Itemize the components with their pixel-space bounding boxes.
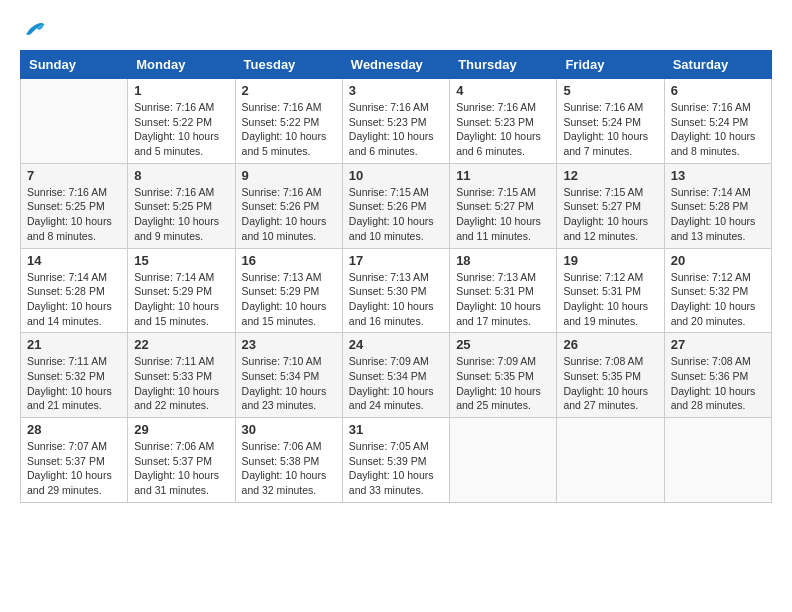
day-header-monday: Monday — [128, 51, 235, 79]
calendar-cell: 5Sunrise: 7:16 AM Sunset: 5:24 PM Daylig… — [557, 79, 664, 164]
day-info: Sunrise: 7:16 AM Sunset: 5:25 PM Dayligh… — [27, 185, 121, 244]
day-info: Sunrise: 7:10 AM Sunset: 5:34 PM Dayligh… — [242, 354, 336, 413]
calendar-cell: 26Sunrise: 7:08 AM Sunset: 5:35 PM Dayli… — [557, 333, 664, 418]
day-number: 28 — [27, 422, 121, 437]
logo-bird-icon — [22, 20, 46, 40]
day-number: 7 — [27, 168, 121, 183]
calendar-table: SundayMondayTuesdayWednesdayThursdayFrid… — [20, 50, 772, 503]
day-info: Sunrise: 7:16 AM Sunset: 5:24 PM Dayligh… — [563, 100, 657, 159]
day-info: Sunrise: 7:07 AM Sunset: 5:37 PM Dayligh… — [27, 439, 121, 498]
day-info: Sunrise: 7:06 AM Sunset: 5:38 PM Dayligh… — [242, 439, 336, 498]
day-info: Sunrise: 7:14 AM Sunset: 5:29 PM Dayligh… — [134, 270, 228, 329]
day-info: Sunrise: 7:13 AM Sunset: 5:29 PM Dayligh… — [242, 270, 336, 329]
calendar-cell: 7Sunrise: 7:16 AM Sunset: 5:25 PM Daylig… — [21, 163, 128, 248]
day-number: 30 — [242, 422, 336, 437]
day-number: 14 — [27, 253, 121, 268]
calendar-cell: 24Sunrise: 7:09 AM Sunset: 5:34 PM Dayli… — [342, 333, 449, 418]
calendar-cell: 13Sunrise: 7:14 AM Sunset: 5:28 PM Dayli… — [664, 163, 771, 248]
calendar-cell: 19Sunrise: 7:12 AM Sunset: 5:31 PM Dayli… — [557, 248, 664, 333]
day-header-wednesday: Wednesday — [342, 51, 449, 79]
calendar-week-5: 28Sunrise: 7:07 AM Sunset: 5:37 PM Dayli… — [21, 418, 772, 503]
calendar-cell — [664, 418, 771, 503]
day-info: Sunrise: 7:15 AM Sunset: 5:27 PM Dayligh… — [456, 185, 550, 244]
day-number: 19 — [563, 253, 657, 268]
day-info: Sunrise: 7:13 AM Sunset: 5:31 PM Dayligh… — [456, 270, 550, 329]
calendar-cell — [557, 418, 664, 503]
calendar-cell: 2Sunrise: 7:16 AM Sunset: 5:22 PM Daylig… — [235, 79, 342, 164]
day-number: 4 — [456, 83, 550, 98]
day-number: 1 — [134, 83, 228, 98]
day-number: 16 — [242, 253, 336, 268]
day-info: Sunrise: 7:16 AM Sunset: 5:22 PM Dayligh… — [242, 100, 336, 159]
day-number: 12 — [563, 168, 657, 183]
day-info: Sunrise: 7:15 AM Sunset: 5:26 PM Dayligh… — [349, 185, 443, 244]
calendar-cell — [450, 418, 557, 503]
day-number: 17 — [349, 253, 443, 268]
calendar-cell — [21, 79, 128, 164]
day-info: Sunrise: 7:16 AM Sunset: 5:24 PM Dayligh… — [671, 100, 765, 159]
day-info: Sunrise: 7:09 AM Sunset: 5:35 PM Dayligh… — [456, 354, 550, 413]
day-number: 5 — [563, 83, 657, 98]
day-number: 31 — [349, 422, 443, 437]
day-number: 3 — [349, 83, 443, 98]
day-info: Sunrise: 7:12 AM Sunset: 5:32 PM Dayligh… — [671, 270, 765, 329]
day-info: Sunrise: 7:11 AM Sunset: 5:33 PM Dayligh… — [134, 354, 228, 413]
calendar-cell: 10Sunrise: 7:15 AM Sunset: 5:26 PM Dayli… — [342, 163, 449, 248]
calendar-cell: 20Sunrise: 7:12 AM Sunset: 5:32 PM Dayli… — [664, 248, 771, 333]
day-info: Sunrise: 7:14 AM Sunset: 5:28 PM Dayligh… — [671, 185, 765, 244]
calendar-header-row: SundayMondayTuesdayWednesdayThursdayFrid… — [21, 51, 772, 79]
day-info: Sunrise: 7:16 AM Sunset: 5:23 PM Dayligh… — [456, 100, 550, 159]
calendar-cell: 21Sunrise: 7:11 AM Sunset: 5:32 PM Dayli… — [21, 333, 128, 418]
calendar-cell: 14Sunrise: 7:14 AM Sunset: 5:28 PM Dayli… — [21, 248, 128, 333]
calendar-cell: 27Sunrise: 7:08 AM Sunset: 5:36 PM Dayli… — [664, 333, 771, 418]
day-number: 6 — [671, 83, 765, 98]
calendar-week-3: 14Sunrise: 7:14 AM Sunset: 5:28 PM Dayli… — [21, 248, 772, 333]
day-number: 8 — [134, 168, 228, 183]
day-number: 13 — [671, 168, 765, 183]
day-number: 27 — [671, 337, 765, 352]
day-number: 23 — [242, 337, 336, 352]
day-info: Sunrise: 7:13 AM Sunset: 5:30 PM Dayligh… — [349, 270, 443, 329]
day-number: 24 — [349, 337, 443, 352]
day-number: 26 — [563, 337, 657, 352]
day-number: 18 — [456, 253, 550, 268]
day-info: Sunrise: 7:05 AM Sunset: 5:39 PM Dayligh… — [349, 439, 443, 498]
calendar-cell: 12Sunrise: 7:15 AM Sunset: 5:27 PM Dayli… — [557, 163, 664, 248]
day-number: 2 — [242, 83, 336, 98]
calendar-cell: 15Sunrise: 7:14 AM Sunset: 5:29 PM Dayli… — [128, 248, 235, 333]
day-number: 25 — [456, 337, 550, 352]
calendar-cell: 8Sunrise: 7:16 AM Sunset: 5:25 PM Daylig… — [128, 163, 235, 248]
day-header-thursday: Thursday — [450, 51, 557, 79]
day-info: Sunrise: 7:16 AM Sunset: 5:22 PM Dayligh… — [134, 100, 228, 159]
calendar-cell: 16Sunrise: 7:13 AM Sunset: 5:29 PM Dayli… — [235, 248, 342, 333]
day-number: 10 — [349, 168, 443, 183]
day-info: Sunrise: 7:12 AM Sunset: 5:31 PM Dayligh… — [563, 270, 657, 329]
day-header-friday: Friday — [557, 51, 664, 79]
calendar-cell: 31Sunrise: 7:05 AM Sunset: 5:39 PM Dayli… — [342, 418, 449, 503]
day-number: 11 — [456, 168, 550, 183]
day-number: 9 — [242, 168, 336, 183]
day-header-tuesday: Tuesday — [235, 51, 342, 79]
calendar-cell: 23Sunrise: 7:10 AM Sunset: 5:34 PM Dayli… — [235, 333, 342, 418]
calendar-cell: 29Sunrise: 7:06 AM Sunset: 5:37 PM Dayli… — [128, 418, 235, 503]
calendar-week-2: 7Sunrise: 7:16 AM Sunset: 5:25 PM Daylig… — [21, 163, 772, 248]
day-info: Sunrise: 7:16 AM Sunset: 5:26 PM Dayligh… — [242, 185, 336, 244]
day-number: 20 — [671, 253, 765, 268]
day-number: 15 — [134, 253, 228, 268]
day-number: 21 — [27, 337, 121, 352]
day-info: Sunrise: 7:16 AM Sunset: 5:23 PM Dayligh… — [349, 100, 443, 159]
calendar-cell: 18Sunrise: 7:13 AM Sunset: 5:31 PM Dayli… — [450, 248, 557, 333]
calendar-cell: 25Sunrise: 7:09 AM Sunset: 5:35 PM Dayli… — [450, 333, 557, 418]
day-number: 29 — [134, 422, 228, 437]
day-info: Sunrise: 7:11 AM Sunset: 5:32 PM Dayligh… — [27, 354, 121, 413]
calendar-cell: 11Sunrise: 7:15 AM Sunset: 5:27 PM Dayli… — [450, 163, 557, 248]
calendar-week-1: 1Sunrise: 7:16 AM Sunset: 5:22 PM Daylig… — [21, 79, 772, 164]
day-info: Sunrise: 7:06 AM Sunset: 5:37 PM Dayligh… — [134, 439, 228, 498]
day-header-saturday: Saturday — [664, 51, 771, 79]
day-number: 22 — [134, 337, 228, 352]
calendar-cell: 30Sunrise: 7:06 AM Sunset: 5:38 PM Dayli… — [235, 418, 342, 503]
day-info: Sunrise: 7:09 AM Sunset: 5:34 PM Dayligh… — [349, 354, 443, 413]
day-info: Sunrise: 7:08 AM Sunset: 5:36 PM Dayligh… — [671, 354, 765, 413]
day-info: Sunrise: 7:14 AM Sunset: 5:28 PM Dayligh… — [27, 270, 121, 329]
calendar-cell: 17Sunrise: 7:13 AM Sunset: 5:30 PM Dayli… — [342, 248, 449, 333]
